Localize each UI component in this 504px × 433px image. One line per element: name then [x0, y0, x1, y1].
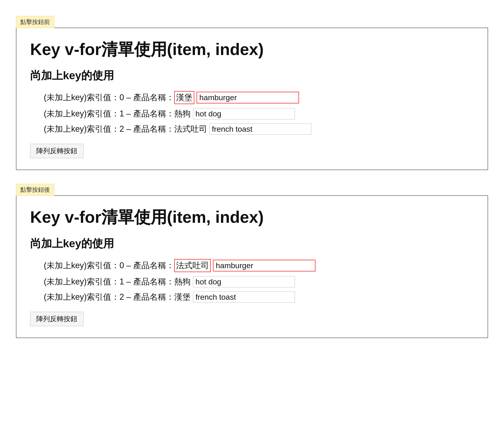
- list-item: (未加上key)索引值：2 – 產品名稱： 法式吐司: [44, 123, 474, 135]
- before-title: Key v-for清單使用(item, index): [30, 39, 474, 59]
- item-prefix: (未加上key)索引值：0 – 產品名稱：: [44, 260, 174, 271]
- item-input[interactable]: [193, 276, 295, 287]
- item-chinese-label: 漢堡: [174, 292, 191, 303]
- before-subtitle: 尚加上key的使用: [30, 68, 474, 83]
- after-subtitle: 尚加上key的使用: [30, 236, 474, 251]
- item-row: (未加上key)索引值：0 – 產品名稱： 漢堡: [44, 91, 299, 104]
- item-prefix: (未加上key)索引值：1 – 產品名稱：: [44, 276, 174, 287]
- item-row: (未加上key)索引值：1 – 產品名稱： 熱狗: [44, 108, 295, 119]
- item-input[interactable]: [209, 123, 311, 135]
- item-row: (未加上key)索引值：2 – 產品名稱： 法式吐司: [44, 123, 311, 135]
- item-chinese-label: 漢堡: [174, 91, 194, 104]
- after-title: Key v-for清單使用(item, index): [30, 207, 474, 227]
- after-demo-box: Key v-for清單使用(item, index) 尚加上key的使用 (未加…: [16, 195, 488, 338]
- list-item: (未加上key)索引值：0 – 產品名稱： 漢堡: [44, 91, 474, 104]
- reverse-button-after[interactable]: 陣列反轉按鈕: [30, 312, 83, 326]
- after-section: 點擊按鈕後 Key v-for清單使用(item, index) 尚加上key的…: [16, 184, 488, 338]
- item-chinese-label: 法式吐司: [174, 259, 211, 272]
- reverse-button-before[interactable]: 陣列反轉按鈕: [30, 144, 83, 158]
- item-chinese-label: 法式吐司: [174, 123, 207, 135]
- item-input[interactable]: [213, 260, 315, 271]
- list-item: (未加上key)索引值：2 – 產品名稱： 漢堡: [44, 292, 474, 303]
- list-item: (未加上key)索引值：1 – 產品名稱： 熱狗: [44, 276, 474, 287]
- list-item: (未加上key)索引值：0 – 產品名稱： 法式吐司: [44, 259, 474, 272]
- item-row: (未加上key)索引值：1 – 產品名稱： 熱狗: [44, 276, 295, 287]
- item-prefix: (未加上key)索引值：2 – 產品名稱：: [44, 123, 174, 135]
- before-section: 點擊按鈕前 Key v-for清單使用(item, index) 尚加上key的…: [16, 16, 488, 170]
- before-demo-box: Key v-for清單使用(item, index) 尚加上key的使用 (未加…: [16, 28, 488, 170]
- item-prefix: (未加上key)索引值：2 – 產品名稱：: [44, 292, 174, 303]
- item-chinese-label: 熱狗: [174, 108, 191, 119]
- item-row: (未加上key)索引值：0 – 產品名稱： 法式吐司: [44, 259, 315, 272]
- item-input[interactable]: [197, 92, 299, 103]
- before-list: (未加上key)索引值：0 – 產品名稱： 漢堡 (未加上key)索引值：1 –…: [30, 91, 474, 135]
- item-chinese-label: 熱狗: [174, 276, 191, 287]
- after-list: (未加上key)索引值：0 – 產品名稱： 法式吐司 (未加上key)索引值：1…: [30, 259, 474, 303]
- item-prefix: (未加上key)索引值：1 – 產品名稱：: [44, 108, 174, 119]
- item-input[interactable]: [193, 292, 295, 303]
- list-item: (未加上key)索引值：1 – 產品名稱： 熱狗: [44, 108, 474, 119]
- after-badge: 點擊按鈕後: [16, 184, 54, 196]
- item-prefix: (未加上key)索引值：0 – 產品名稱：: [44, 92, 174, 103]
- before-badge: 點擊按鈕前: [16, 16, 54, 28]
- item-input[interactable]: [193, 108, 295, 119]
- page-container: 點擊按鈕前 Key v-for清單使用(item, index) 尚加上key的…: [9, 9, 495, 345]
- item-row: (未加上key)索引值：2 – 產品名稱： 漢堡: [44, 292, 295, 303]
